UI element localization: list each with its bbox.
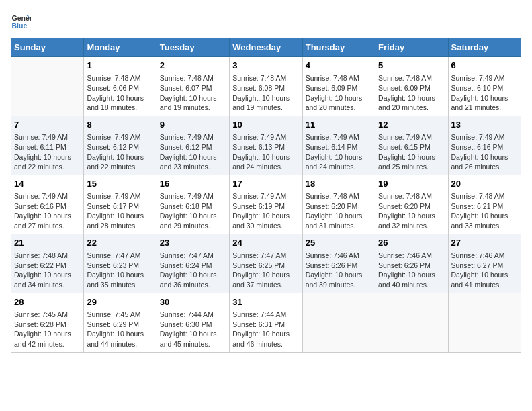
day-info: Sunrise: 7:48 AM Sunset: 6:20 PM Dayligh… [306, 191, 372, 231]
column-header-monday: Monday [84, 38, 157, 57]
calendar-cell [448, 293, 521, 352]
calendar-cell: 23Sunrise: 7:47 AM Sunset: 6:24 PM Dayli… [157, 234, 229, 293]
day-info: Sunrise: 7:45 AM Sunset: 6:28 PM Dayligh… [14, 310, 81, 349]
calendar-cell: 5Sunrise: 7:48 AM Sunset: 6:09 PM Daylig… [375, 57, 448, 116]
logo-icon: General Blue [11, 11, 31, 31]
day-info: Sunrise: 7:46 AM Sunset: 6:27 PM Dayligh… [451, 250, 518, 290]
day-info: Sunrise: 7:48 AM Sunset: 6:21 PM Dayligh… [451, 191, 518, 231]
calendar-cell [375, 293, 448, 352]
day-number: 28 [14, 296, 81, 308]
week-row-1: 1Sunrise: 7:48 AM Sunset: 6:06 PM Daylig… [11, 57, 521, 116]
day-number: 4 [306, 60, 372, 72]
day-info: Sunrise: 7:49 AM Sunset: 6:15 PM Dayligh… [378, 132, 445, 172]
day-info: Sunrise: 7:49 AM Sunset: 6:16 PM Dayligh… [451, 132, 518, 172]
calendar-cell: 26Sunrise: 7:46 AM Sunset: 6:26 PM Dayli… [375, 234, 448, 293]
day-number: 10 [232, 119, 299, 131]
week-row-4: 21Sunrise: 7:48 AM Sunset: 6:22 PM Dayli… [11, 234, 521, 293]
day-number: 13 [451, 119, 518, 131]
day-number: 3 [232, 60, 299, 72]
day-number: 11 [306, 119, 372, 131]
week-row-2: 7Sunrise: 7:49 AM Sunset: 6:11 PM Daylig… [11, 116, 521, 175]
calendar-cell: 1Sunrise: 7:48 AM Sunset: 6:06 PM Daylig… [84, 57, 157, 116]
calendar-table: SundayMondayTuesdayWednesdayThursdayFrid… [11, 38, 521, 353]
calendar-cell: 9Sunrise: 7:49 AM Sunset: 6:12 PM Daylig… [157, 116, 229, 175]
page-header: General Blue [11, 11, 521, 31]
day-number: 12 [378, 119, 445, 131]
calendar-cell: 20Sunrise: 7:48 AM Sunset: 6:21 PM Dayli… [448, 175, 521, 234]
svg-text:Blue: Blue [12, 21, 28, 30]
day-number: 31 [232, 296, 299, 308]
day-info: Sunrise: 7:48 AM Sunset: 6:20 PM Dayligh… [378, 191, 445, 231]
day-info: Sunrise: 7:48 AM Sunset: 6:06 PM Dayligh… [87, 73, 153, 113]
calendar-cell: 2Sunrise: 7:48 AM Sunset: 6:07 PM Daylig… [157, 57, 229, 116]
day-info: Sunrise: 7:46 AM Sunset: 6:26 PM Dayligh… [306, 250, 372, 290]
day-number: 24 [232, 237, 299, 249]
calendar-cell [11, 57, 84, 116]
day-info: Sunrise: 7:47 AM Sunset: 6:23 PM Dayligh… [87, 250, 153, 290]
day-number: 6 [451, 60, 518, 72]
column-header-tuesday: Tuesday [157, 38, 229, 57]
day-number: 18 [306, 178, 372, 190]
day-number: 21 [14, 237, 81, 249]
day-info: Sunrise: 7:49 AM Sunset: 6:16 PM Dayligh… [14, 191, 81, 231]
calendar-cell: 16Sunrise: 7:49 AM Sunset: 6:18 PM Dayli… [157, 175, 229, 234]
calendar-cell: 22Sunrise: 7:47 AM Sunset: 6:23 PM Dayli… [84, 234, 157, 293]
day-number: 5 [378, 60, 445, 72]
week-row-3: 14Sunrise: 7:49 AM Sunset: 6:16 PM Dayli… [11, 175, 521, 234]
column-header-wednesday: Wednesday [230, 38, 302, 57]
day-number: 30 [160, 296, 226, 308]
day-info: Sunrise: 7:46 AM Sunset: 6:26 PM Dayligh… [378, 250, 445, 290]
calendar-cell: 31Sunrise: 7:44 AM Sunset: 6:31 PM Dayli… [230, 293, 302, 352]
day-number: 22 [87, 237, 153, 249]
day-number: 16 [160, 178, 226, 190]
day-info: Sunrise: 7:45 AM Sunset: 6:29 PM Dayligh… [87, 310, 153, 349]
day-info: Sunrise: 7:47 AM Sunset: 6:25 PM Dayligh… [232, 250, 299, 290]
calendar-cell: 19Sunrise: 7:48 AM Sunset: 6:20 PM Dayli… [375, 175, 448, 234]
calendar-cell: 18Sunrise: 7:48 AM Sunset: 6:20 PM Dayli… [302, 175, 375, 234]
calendar-cell: 30Sunrise: 7:44 AM Sunset: 6:30 PM Dayli… [157, 293, 229, 352]
day-number: 8 [87, 119, 153, 131]
column-header-friday: Friday [375, 38, 448, 57]
day-info: Sunrise: 7:49 AM Sunset: 6:14 PM Dayligh… [306, 132, 372, 172]
day-info: Sunrise: 7:49 AM Sunset: 6:10 PM Dayligh… [451, 73, 518, 113]
day-info: Sunrise: 7:49 AM Sunset: 6:11 PM Dayligh… [14, 132, 81, 172]
day-info: Sunrise: 7:48 AM Sunset: 6:08 PM Dayligh… [232, 73, 299, 113]
day-info: Sunrise: 7:48 AM Sunset: 6:07 PM Dayligh… [160, 73, 226, 113]
day-number: 27 [451, 237, 518, 249]
day-info: Sunrise: 7:48 AM Sunset: 6:09 PM Dayligh… [378, 73, 445, 113]
calendar-cell: 21Sunrise: 7:48 AM Sunset: 6:22 PM Dayli… [11, 234, 84, 293]
column-header-thursday: Thursday [302, 38, 375, 57]
calendar-cell: 7Sunrise: 7:49 AM Sunset: 6:11 PM Daylig… [11, 116, 84, 175]
calendar-cell: 12Sunrise: 7:49 AM Sunset: 6:15 PM Dayli… [375, 116, 448, 175]
calendar-cell: 15Sunrise: 7:49 AM Sunset: 6:17 PM Dayli… [84, 175, 157, 234]
day-number: 20 [451, 178, 518, 190]
day-info: Sunrise: 7:49 AM Sunset: 6:12 PM Dayligh… [87, 132, 153, 172]
logo: General Blue [11, 11, 32, 31]
day-info: Sunrise: 7:49 AM Sunset: 6:13 PM Dayligh… [232, 132, 299, 172]
day-number: 9 [160, 119, 226, 131]
day-info: Sunrise: 7:49 AM Sunset: 6:12 PM Dayligh… [160, 132, 226, 172]
day-number: 26 [378, 237, 445, 249]
day-info: Sunrise: 7:49 AM Sunset: 6:17 PM Dayligh… [87, 191, 153, 231]
calendar-cell: 11Sunrise: 7:49 AM Sunset: 6:14 PM Dayli… [302, 116, 375, 175]
day-number: 7 [14, 119, 81, 131]
day-number: 1 [87, 60, 153, 72]
calendar-cell: 8Sunrise: 7:49 AM Sunset: 6:12 PM Daylig… [84, 116, 157, 175]
day-info: Sunrise: 7:44 AM Sunset: 6:31 PM Dayligh… [232, 310, 299, 349]
day-number: 23 [160, 237, 226, 249]
calendar-cell: 24Sunrise: 7:47 AM Sunset: 6:25 PM Dayli… [230, 234, 302, 293]
day-number: 2 [160, 60, 226, 72]
day-info: Sunrise: 7:44 AM Sunset: 6:30 PM Dayligh… [160, 310, 226, 349]
calendar-header: SundayMondayTuesdayWednesdayThursdayFrid… [11, 38, 521, 57]
day-number: 19 [378, 178, 445, 190]
week-row-5: 28Sunrise: 7:45 AM Sunset: 6:28 PM Dayli… [11, 293, 521, 352]
day-number: 15 [87, 178, 153, 190]
calendar-cell: 13Sunrise: 7:49 AM Sunset: 6:16 PM Dayli… [448, 116, 521, 175]
day-info: Sunrise: 7:49 AM Sunset: 6:19 PM Dayligh… [232, 191, 299, 231]
calendar-cell [302, 293, 375, 352]
calendar-cell: 25Sunrise: 7:46 AM Sunset: 6:26 PM Dayli… [302, 234, 375, 293]
calendar-cell: 10Sunrise: 7:49 AM Sunset: 6:13 PM Dayli… [230, 116, 302, 175]
calendar-cell: 29Sunrise: 7:45 AM Sunset: 6:29 PM Dayli… [84, 293, 157, 352]
day-number: 25 [306, 237, 372, 249]
column-header-saturday: Saturday [448, 38, 521, 57]
